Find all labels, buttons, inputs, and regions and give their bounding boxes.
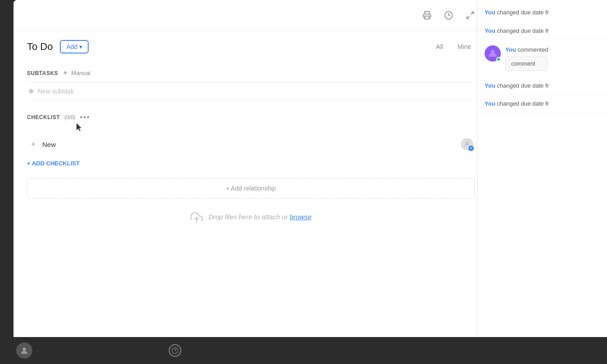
help-icon[interactable] xyxy=(169,344,181,357)
activity-item: You changed due date fr xyxy=(477,22,607,40)
sort-label[interactable]: Manual xyxy=(63,70,90,76)
activity-item: You changed due date fr xyxy=(477,77,607,95)
checklist-header: CHECKLIST (0/0) ••• xyxy=(27,113,475,121)
subtask-input[interactable]: New subtask xyxy=(38,88,74,95)
checklist-item-text[interactable]: New xyxy=(42,141,457,148)
browse-link[interactable]: browse xyxy=(290,213,311,221)
task-header: To Do Add ▾ All Mine xyxy=(13,31,488,58)
toolbar xyxy=(13,0,488,31)
bottom-user-avatar xyxy=(16,342,32,359)
you-label: You xyxy=(505,46,516,53)
you-label: You xyxy=(485,9,495,16)
expand-icon[interactable] xyxy=(463,8,477,22)
print-icon[interactable] xyxy=(420,8,434,22)
svg-point-8 xyxy=(22,348,26,351)
checklist-item: + New + xyxy=(27,136,475,153)
divider-2 xyxy=(27,100,475,101)
new-subtask-row: New subtask xyxy=(27,84,475,98)
cursor-indicator xyxy=(76,123,475,134)
bottom-label: · xyxy=(37,347,39,354)
svg-point-5 xyxy=(466,142,468,144)
main-panel: To Do Add ▾ All Mine SUBTASKS Manual xyxy=(13,0,488,364)
subtask-bullet xyxy=(29,89,33,93)
bottom-bar: · xyxy=(0,337,607,364)
you-label: You xyxy=(485,100,495,107)
filter-mine-button[interactable]: Mine xyxy=(454,41,475,52)
task-title: To Do xyxy=(27,41,53,53)
subtasks-divider xyxy=(27,82,475,82)
checklist-section: CHECKLIST (0/0) ••• + New + xyxy=(27,113,475,233)
activity-item: You changed due date fr xyxy=(477,95,607,113)
subtasks-header: SUBTASKS Manual xyxy=(27,70,475,76)
history-icon[interactable] xyxy=(441,8,456,22)
comment-activity-row: You commented comment xyxy=(477,40,607,77)
add-relationship-button[interactable]: + Add relationship xyxy=(27,178,475,199)
drop-files-text: Drop files here to attach or xyxy=(208,213,290,221)
checklist-title: CHECKLIST xyxy=(27,114,60,120)
drop-files-area: Drop files here to attach or browse xyxy=(27,202,475,233)
svg-line-2 xyxy=(471,12,474,15)
you-label: You xyxy=(485,82,495,89)
checklist-count: (0/0) xyxy=(64,114,76,120)
online-status-dot xyxy=(496,57,501,62)
right-panel: You changed due date fr You changed due … xyxy=(477,0,607,364)
svg-rect-0 xyxy=(425,16,429,19)
you-label: You xyxy=(485,27,495,34)
filter-area: All Mine xyxy=(432,41,475,52)
filter-all-button[interactable]: All xyxy=(432,41,447,52)
comment-bubble: comment xyxy=(505,56,548,71)
add-checklist-link[interactable]: + ADD CHECKLIST xyxy=(27,160,80,167)
checklist-more-icon[interactable]: ••• xyxy=(80,113,90,121)
add-button[interactable]: Add ▾ xyxy=(60,40,89,53)
activity-item: You changed due date fr xyxy=(477,4,607,22)
content-area: SUBTASKS Manual New subtask CHECKLIST (0… xyxy=(13,58,488,364)
assign-plus-icon: + xyxy=(468,146,474,151)
svg-line-3 xyxy=(467,16,470,19)
subtasks-title: SUBTASKS xyxy=(27,70,58,76)
activity-list: You changed due date fr You changed due … xyxy=(477,0,607,337)
assign-user-button[interactable]: + xyxy=(461,138,473,150)
add-item-icon[interactable]: + xyxy=(29,140,38,149)
avatar-container xyxy=(485,45,501,62)
